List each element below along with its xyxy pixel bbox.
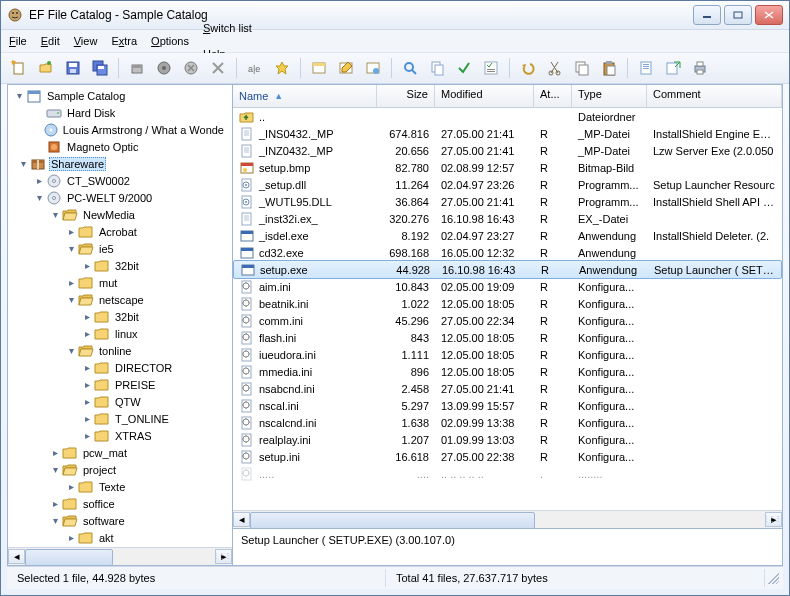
file-row[interactable]: _inst32i.ex_320.27616.10.98 16:43REX_-Da…	[233, 210, 782, 227]
tb-favorite-icon[interactable]	[270, 56, 294, 80]
tb-delete-icon[interactable]	[206, 56, 230, 80]
tree-item[interactable]: ▾ie5	[8, 240, 232, 257]
tree-item[interactable]: ▾tonline	[8, 342, 232, 359]
twisty-icon[interactable]: ▸	[32, 174, 46, 188]
tree-item[interactable]: ▸linux	[8, 325, 232, 342]
twisty-icon[interactable]	[32, 140, 46, 154]
twisty-icon[interactable]: ▾	[48, 463, 62, 477]
menu-view[interactable]: View	[74, 35, 98, 47]
col-comment-header[interactable]: Comment	[647, 85, 782, 107]
file-row[interactable]: _WUTL95.DLL36.86427.05.00 21:41RProgramm…	[233, 193, 782, 210]
twisty-icon[interactable]: ▸	[80, 395, 94, 409]
twisty-icon[interactable]: ▸	[80, 259, 94, 273]
twisty-icon[interactable]: ▸	[80, 412, 94, 426]
menu-extra[interactable]: Extra	[111, 35, 137, 47]
tree-item[interactable]: ▸PREISE	[8, 376, 232, 393]
tree-item[interactable]: ▸soffice	[8, 495, 232, 512]
twisty-icon[interactable]: ▾	[16, 157, 30, 171]
twisty-icon[interactable]: ▾	[12, 89, 26, 103]
tree-item[interactable]: ▾project	[8, 461, 232, 478]
file-row[interactable]: nscalcnd.ini1.63802.09.99 13:38RKonfigur…	[233, 414, 782, 431]
col-name-header[interactable]: Name▲	[233, 85, 377, 107]
tb-print-icon[interactable]	[688, 56, 712, 80]
file-row[interactable]: _isdel.exe8.19202.04.97 23:27RAnwendungI…	[233, 227, 782, 244]
tb-open-icon[interactable]	[34, 56, 58, 80]
scroll-left-icon[interactable]: ◂	[8, 549, 25, 564]
twisty-icon[interactable]: ▾	[32, 191, 46, 205]
tree-item[interactable]: ▸akt	[8, 529, 232, 546]
tree-root-label[interactable]: Sample Catalog	[45, 90, 127, 102]
menu-switch-list[interactable]: Switch list	[203, 22, 781, 34]
tb-edit-icon[interactable]	[334, 56, 358, 80]
twisty-icon[interactable]: ▸	[80, 378, 94, 392]
file-row[interactable]: mmedia.ini89612.05.00 18:05RKonfigura...	[233, 363, 782, 380]
tb-prop2-icon[interactable]	[361, 56, 385, 80]
tree-item[interactable]: ▸CT_SW0002	[8, 172, 232, 189]
file-row[interactable]: realplay.ini1.20701.09.99 13:03RKonfigur…	[233, 431, 782, 448]
twisty-icon[interactable]	[32, 123, 44, 137]
file-row[interactable]: flash.ini84312.05.00 18:05RKonfigura...	[233, 329, 782, 346]
file-row[interactable]: setup.exe44.92816.10.98 16:43RAnwendungS…	[233, 260, 782, 279]
tree-item[interactable]: ▸Acrobat	[8, 223, 232, 240]
tree-item[interactable]: Hard Disk	[8, 104, 232, 121]
tree-item[interactable]: ▸32bit	[8, 257, 232, 274]
file-row[interactable]: iueudora.ini1.11112.05.00 18:05RKonfigur…	[233, 346, 782, 363]
file-row[interactable]: beatnik.ini1.02212.05.00 18:05RKonfigura…	[233, 295, 782, 312]
tree-item[interactable]: ▸pcw_mat	[8, 444, 232, 461]
file-row[interactable]: setup.ini16.61827.05.00 22:38RKonfigura.…	[233, 448, 782, 465]
tree-item[interactable]: ▸Texte	[8, 478, 232, 495]
tb-tasklist-icon[interactable]	[479, 56, 503, 80]
tb-record-icon[interactable]	[152, 56, 176, 80]
menu-edit[interactable]: Edit	[41, 35, 60, 47]
tree-item[interactable]: ▸mut	[8, 274, 232, 291]
tb-report-icon[interactable]	[634, 56, 658, 80]
tb-copyfile-icon[interactable]	[425, 56, 449, 80]
tb-prop1-icon[interactable]	[307, 56, 331, 80]
twisty-icon[interactable]: ▸	[80, 310, 94, 324]
col-attr-header[interactable]: At...	[534, 85, 572, 107]
file-row[interactable]: _setup.dll11.26402.04.97 23:26RProgramm.…	[233, 176, 782, 193]
tree-item[interactable]: ▾PC-WELT 9/2000	[8, 189, 232, 206]
file-row[interactable]: nscal.ini5.29713.09.99 15:57RKonfigura..…	[233, 397, 782, 414]
tree-item[interactable]: ▸QTW	[8, 393, 232, 410]
tb-paste-icon[interactable]	[597, 56, 621, 80]
twisty-icon[interactable]: ▸	[64, 276, 78, 290]
menu-options[interactable]: Options	[151, 35, 189, 47]
tree-item[interactable]: ▸DIRECTOR	[8, 359, 232, 376]
updir-row[interactable]: ..Dateiordner	[233, 108, 782, 125]
tb-stop-icon[interactable]	[179, 56, 203, 80]
tree-item[interactable]: ▾Shareware	[8, 155, 232, 172]
twisty-icon[interactable]	[32, 106, 46, 120]
tb-box-icon[interactable]	[125, 56, 149, 80]
tb-rename-icon[interactable]: a|e	[243, 56, 267, 80]
tree-item[interactable]: ▸XTRAS	[8, 427, 232, 444]
file-row[interactable]: setup.bmp82.78002.08.99 12:57RBitmap-Bil…	[233, 159, 782, 176]
tree-item[interactable]: ▾NewMedia	[8, 206, 232, 223]
twisty-icon[interactable]: ▸	[80, 327, 94, 341]
twisty-icon[interactable]: ▸	[80, 429, 94, 443]
file-row[interactable]: nsabcnd.ini2.45827.05.00 21:41RKonfigura…	[233, 380, 782, 397]
tree-item[interactable]: ▸32bit	[8, 308, 232, 325]
menu-file[interactable]: File	[9, 35, 27, 47]
tree-item[interactable]: ▾netscape	[8, 291, 232, 308]
tb-search-icon[interactable]	[398, 56, 422, 80]
size-grip-icon[interactable]	[765, 570, 779, 584]
twisty-icon[interactable]: ▸	[64, 531, 78, 545]
twisty-icon[interactable]: ▸	[48, 446, 62, 460]
tree-item[interactable]: ▾software	[8, 512, 232, 529]
twisty-icon[interactable]: ▾	[48, 208, 62, 222]
tb-export-icon[interactable]	[661, 56, 685, 80]
scroll-left-icon[interactable]: ◂	[233, 512, 250, 527]
list-hscrollbar[interactable]: ◂ ▸ ⋮⋮⋮	[233, 510, 782, 528]
col-size-header[interactable]: Size	[377, 85, 435, 107]
file-row[interactable]: aim.ini10.84302.05.00 19:09RKonfigura...	[233, 278, 782, 295]
twisty-icon[interactable]: ▸	[48, 497, 62, 511]
twisty-icon[interactable]: ▸	[64, 480, 78, 494]
tree-item[interactable]: ▸T_ONLINE	[8, 410, 232, 427]
tb-undo-icon[interactable]	[516, 56, 540, 80]
tree-item[interactable]: Magneto Optic	[8, 138, 232, 155]
twisty-icon[interactable]: ▾	[48, 514, 62, 528]
file-row[interactable]: comm.ini45.29627.05.00 22:34RKonfigura..…	[233, 312, 782, 329]
file-list[interactable]: ..Dateiordner_INS0432._MP674.81627.05.00…	[233, 108, 782, 510]
tree-hscrollbar[interactable]: ◂ ▸ ⋮⋮⋮	[8, 547, 232, 565]
